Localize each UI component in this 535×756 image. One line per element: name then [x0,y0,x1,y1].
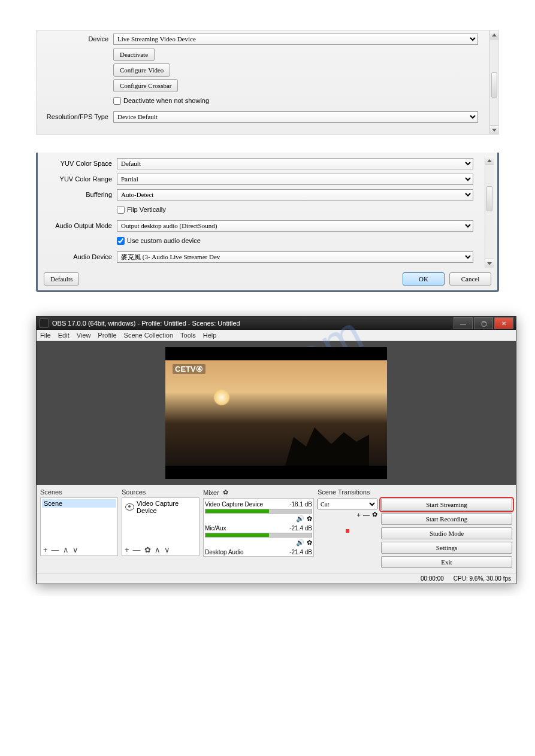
menu-profile[interactable]: Profile [98,332,116,339]
scroll-down-icon[interactable] [490,125,498,134]
scene-remove-icon[interactable]: — [50,545,61,554]
gear-icon[interactable]: ✿ [307,539,312,546]
settings-button[interactable]: Settings [381,542,512,554]
sources-toolbar: + — ✿ ∧ ∨ [122,544,199,555]
scenes-toolbar: + — ∧ ∨ [41,544,117,555]
source-item-label: Video Capture Device [137,500,196,514]
obs-main-window: OBS 17.0.0 (64bit, windows) - Profile: U… [36,316,516,584]
ok-button[interactable]: OK [403,272,445,286]
cancel-button[interactable]: Cancel [449,272,491,286]
preview-canvas[interactable]: CETV④ [165,347,387,479]
exit-button[interactable]: Exit [381,556,512,568]
scroll-up-icon[interactable] [490,31,498,40]
transition-settings-icon[interactable]: ✿ [372,511,377,518]
yuv-color-space-select[interactable]: Default [117,158,473,169]
scene-down-icon[interactable]: ∨ [71,545,80,554]
source-down-icon[interactable]: ∨ [163,545,171,554]
deactivate-when-not-showing-checkbox[interactable]: Deactivate when not showing [113,97,209,105]
transition-add-icon[interactable]: + [357,511,361,518]
scene-add-icon[interactable]: + [42,545,49,554]
source-add-icon[interactable]: + [123,545,131,554]
yuv-color-range-label: YUV Color Range [40,175,117,183]
defaults-button[interactable]: Defaults [44,272,79,286]
maximize-button[interactable]: ▢ [474,317,493,329]
yuv-color-space-label: YUV Color Space [40,160,117,167]
sources-title: Sources [122,488,200,497]
scene-item[interactable]: Scene [42,499,116,508]
mixer-ch2-db: -21.4 dB [289,525,312,532]
menu-tools[interactable]: Tools [180,332,196,339]
device-properties-panel-bottom-frame: YUV Color Space Default YUV Color Range … [36,153,499,292]
controls-panel: Start Streaming Start Recording Studio M… [381,497,512,569]
scrollbar[interactable] [489,31,498,134]
mixer-ch1-slider[interactable] [205,509,312,514]
mixer-ch2-slider[interactable] [205,533,312,538]
configure-video-button[interactable]: Configure Video [113,63,170,77]
scroll-down-icon[interactable] [485,259,494,268]
source-remove-icon[interactable]: — [132,545,142,554]
window-titlebar[interactable]: OBS 17.0.0 (64bit, windows) - Profile: U… [37,317,516,330]
resolution-fps-select[interactable]: Device Default [113,111,478,123]
audio-output-mode-select[interactable]: Output desktop audio (DirectSound) [117,220,473,232]
scenes-title: Scenes [40,488,118,497]
yuv-color-range-select[interactable]: Partial [117,174,473,185]
studio-mode-button[interactable]: Studio Mode [381,527,512,539]
scroll-thumb[interactable] [491,72,497,98]
mixer-settings-icon[interactable]: ✿ [223,488,228,496]
record-indicator-icon [346,529,349,533]
audio-device-label: Audio Device [40,253,117,260]
mixer-channel-1: Video Capture Device-18.1 dB 🔊✿ [205,500,312,524]
buffering-label: Buffering [40,191,117,198]
scrollbar[interactable] [485,156,494,268]
flip-vertically-checkbox[interactable]: Flip Vertically [117,206,166,214]
scroll-thumb[interactable] [486,186,492,211]
transition-select[interactable]: Cut [318,499,377,509]
preview-sun-icon [213,389,230,406]
deactivate-button[interactable]: Deactivate [113,48,155,61]
device-label: Device [37,35,113,42]
menu-scene-collection[interactable]: Scene Collection [124,332,174,339]
use-custom-audio-checkbox[interactable]: Use custom audio device [117,237,201,245]
scene-up-icon[interactable]: ∧ [62,545,70,554]
status-time: 00:00:00 [421,575,444,582]
device-select[interactable]: Live Streaming Video Device [113,34,478,45]
speaker-icon[interactable]: 🔊 [296,539,304,546]
scenes-panel: Scene + — ∧ ∨ [40,497,118,556]
scene-transitions-panel: Cut + — ✿ [318,497,377,555]
device-properties-panel-bottom: YUV Color Space Default YUV Color Range … [38,153,497,290]
status-bar: 00:00:00 CPU: 9.6%, 30.00 fps [37,573,516,584]
preview-channel-logo: CETV④ [173,364,205,374]
preview-area[interactable]: CETV④ [37,341,516,485]
menu-view[interactable]: View [77,332,91,339]
buffering-select[interactable]: Auto-Detect [117,189,473,201]
mixer-ch3-db: -21.4 dB [289,549,312,555]
transition-remove-icon[interactable]: — [363,511,370,518]
device-properties-panel-top: Device Live Streaming Video Device Deact… [36,30,499,135]
speaker-icon[interactable]: 🔊 [296,515,304,523]
eye-icon[interactable] [125,503,134,511]
status-cpu-fps: CPU: 9.6%, 30.00 fps [454,575,511,582]
mixer-ch2-name: Mic/Aux [205,525,226,532]
close-button[interactable]: ✕ [494,317,513,329]
menu-file[interactable]: File [40,332,51,339]
start-streaming-button[interactable]: Start Streaming [381,499,512,511]
source-settings-icon[interactable]: ✿ [143,545,152,554]
mixer-channel-3: Desktop Audio-21.4 dB [205,548,312,556]
configure-crossbar-button[interactable]: Configure Crossbar [113,79,178,92]
mixer-title: Mixer [203,489,219,496]
window-title: OBS 17.0.0 (64bit, windows) - Profile: U… [52,320,240,327]
menu-edit[interactable]: Edit [58,332,69,339]
flip-vertically-label: Flip Vertically [127,206,166,213]
source-item[interactable]: Video Capture Device [123,499,198,515]
minimize-button[interactable]: — [454,317,473,329]
gear-icon[interactable]: ✿ [307,515,312,523]
scroll-up-icon[interactable] [485,156,494,165]
resolution-fps-label: Resolution/FPS Type [37,113,113,120]
mixer-panel: Video Capture Device-18.1 dB 🔊✿ Mic/Aux-… [203,498,314,557]
start-recording-button[interactable]: Start Recording [381,513,512,525]
audio-device-select[interactable]: 麥克風 (3- Audio Live Streamer Dev [117,251,473,263]
menu-help[interactable]: Help [203,332,217,339]
mixer-ch1-name: Video Capture Device [205,501,263,508]
source-up-icon[interactable]: ∧ [153,545,162,554]
mixer-ch3-name: Desktop Audio [205,549,244,555]
